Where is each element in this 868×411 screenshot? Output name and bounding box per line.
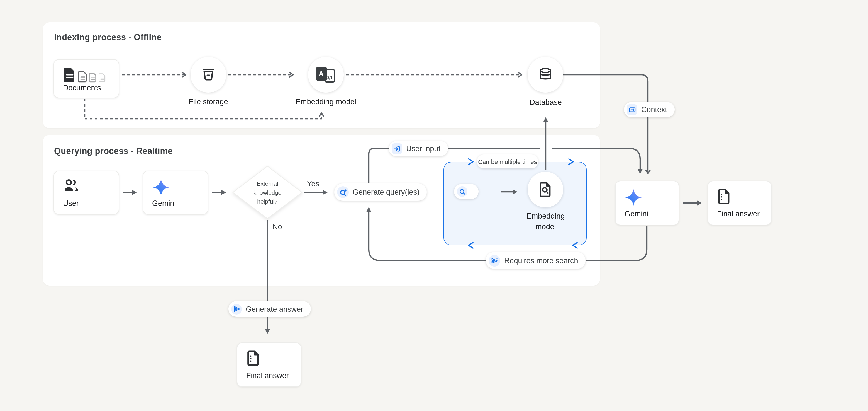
generate-queries-pill: Generate query(ies)	[334, 183, 427, 201]
querying-panel-title: Querying process - Realtime	[54, 146, 173, 156]
retrieval-loop-box	[443, 162, 587, 245]
gemini-right-label: Gemini	[624, 210, 670, 218]
final-answer-bottom-node: Final answer	[237, 343, 301, 387]
gemini-left-label: Gemini	[152, 199, 199, 207]
generate-answer-pill: Generate answer	[228, 301, 311, 317]
generate-queries-icon	[337, 186, 349, 198]
user-icon	[63, 178, 80, 193]
generate-queries-pill-label: Generate query(ies)	[353, 188, 420, 196]
indexing-panel-title: Indexing process - Offline	[54, 32, 161, 42]
context-pill-label: Context	[641, 106, 667, 114]
file-storage-icon	[200, 66, 217, 83]
documents-node: Documents	[54, 59, 119, 98]
gemini-icon	[624, 188, 642, 206]
embedding-model-box-node	[528, 172, 563, 207]
requires-more-search-pill: Requires more search	[486, 252, 586, 269]
context-pill: Context	[624, 102, 674, 117]
query-search-icon	[457, 186, 467, 197]
rag-architecture-diagram: Indexing process - Offline Querying proc…	[0, 0, 868, 411]
embedding-model-icon: A 0,1	[316, 67, 336, 83]
final-answer-icon	[717, 188, 732, 205]
user-input-pill: User input	[389, 141, 448, 156]
embedding-model-box-label: Embedding model	[498, 211, 593, 232]
gemini-right-node: Gemini	[615, 181, 679, 225]
query-pill	[454, 184, 478, 199]
file-search-icon	[537, 181, 554, 198]
embedding-model-top-node: A 0,1	[308, 57, 344, 93]
generate-answer-pill-label: Generate answer	[246, 305, 303, 313]
generate-answer-icon	[231, 304, 242, 314]
context-icon	[627, 104, 637, 115]
gemini-icon	[152, 178, 170, 196]
user-label: User	[63, 199, 110, 207]
can-be-multiple-times-pill: Can be multiple times	[477, 154, 538, 169]
user-node: User	[54, 171, 119, 215]
final-answer-right-label: Final answer	[717, 210, 762, 218]
documents-icon	[63, 66, 110, 83]
documents-label: Documents	[63, 84, 110, 92]
embedding-model-top-label: Embedding model	[279, 97, 373, 106]
final-answer-bottom-label: Final answer	[246, 372, 292, 380]
gemini-left-node: Gemini	[143, 171, 208, 215]
database-node	[528, 57, 563, 93]
database-label: Database	[498, 98, 593, 107]
user-input-pill-label: User input	[406, 144, 440, 153]
no-label: No	[273, 223, 282, 231]
database-icon	[537, 66, 554, 83]
user-input-icon	[392, 143, 402, 154]
final-answer-icon	[246, 350, 261, 366]
requires-more-search-pill-label: Requires more search	[504, 256, 578, 265]
file-storage-label: File storage	[161, 97, 256, 106]
file-storage-node	[190, 57, 226, 93]
requires-more-search-icon	[489, 255, 500, 266]
final-answer-right-node: Final answer	[708, 181, 772, 225]
yes-label: Yes	[307, 180, 319, 188]
decision-label: External knowledge helpful?	[239, 180, 297, 206]
